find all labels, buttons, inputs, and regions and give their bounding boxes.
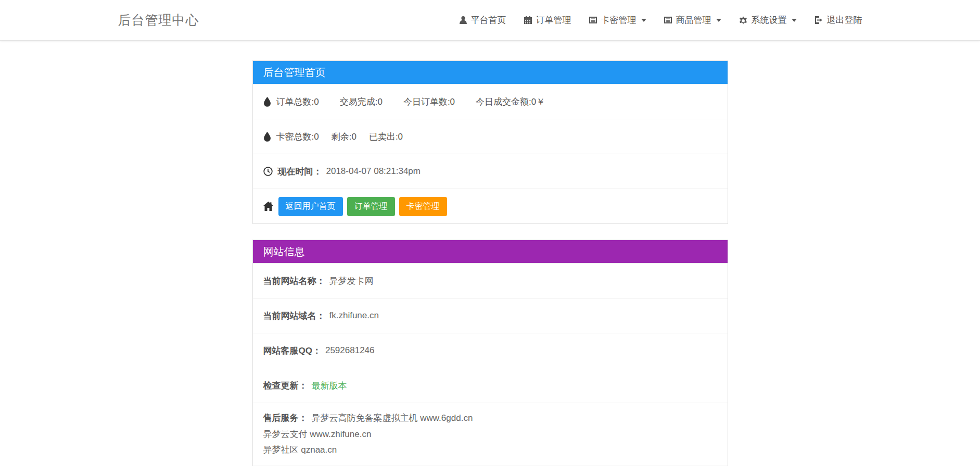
nav-item-label: 卡密管理 xyxy=(601,14,637,26)
after-sales-line3: 异梦社区 qznaa.cn xyxy=(263,442,473,458)
nav-item-product-management[interactable]: 商品管理 xyxy=(664,14,721,26)
user-icon xyxy=(459,16,467,24)
nav-item-label: 平台首页 xyxy=(471,14,506,26)
stat-today-orders: 今日订单数:0 xyxy=(403,96,455,108)
top-navbar: 后台管理中心 平台首页 订单管理 卡密管理 xyxy=(0,0,980,41)
after-sales-line1: 异梦云高防免备案虚拟主机 www.6gdd.cn xyxy=(312,410,473,427)
after-sales-label: 售后服务： xyxy=(263,410,308,427)
site-info-panel: 网站信息 当前网站名称： 异梦发卡网 当前网站域名： fk.zhifune.cn… xyxy=(252,240,728,466)
clock-icon xyxy=(263,167,273,176)
check-update-label: 检查更新： xyxy=(263,380,308,392)
site-info-panel-title: 网站信息 xyxy=(263,245,305,259)
quick-links-row: 返回用户首页 订单管理 卡密管理 xyxy=(253,189,728,223)
nav-item-label: 退出登陆 xyxy=(827,14,862,26)
service-qq-row: 网站客服QQ： 2592681246 xyxy=(253,333,728,368)
home-icon xyxy=(263,202,273,211)
site-name-row: 当前网站名称： 异梦发卡网 xyxy=(253,263,728,298)
chevron-down-icon xyxy=(716,19,721,22)
after-sales-row: 售后服务： 异梦云高防免备案虚拟主机 www.6gdd.cn 异梦云支付 www… xyxy=(253,403,728,466)
stat-card-total: 卡密总数:0 xyxy=(276,131,319,143)
time-label: 现在时间： xyxy=(278,166,322,178)
nav-item-label: 订单管理 xyxy=(536,14,571,26)
nav-menu: 平台首页 订单管理 卡密管理 商品管理 xyxy=(459,14,862,26)
signout-icon xyxy=(814,16,823,24)
gear-icon xyxy=(739,16,748,25)
list-icon xyxy=(589,16,597,24)
current-time-row: 现在时间： 2018-04-07 08:21:34pm xyxy=(253,154,728,189)
stat-card-remaining: 剩余:0 xyxy=(332,131,357,143)
order-management-button[interactable]: 订单管理 xyxy=(347,197,395,216)
chevron-down-icon xyxy=(641,19,646,22)
dashboard-panel: 后台管理首页 订单总数:0 交易完成:0 今日订单数:0 今日成交金额:0￥ 卡… xyxy=(252,60,728,224)
after-sales-content: 售后服务： 异梦云高防免备案虚拟主机 www.6gdd.cn 异梦云支付 www… xyxy=(263,410,473,458)
nav-item-card-management[interactable]: 卡密管理 xyxy=(589,14,646,26)
back-to-user-home-button[interactable]: 返回用户首页 xyxy=(278,197,343,216)
list-icon xyxy=(664,16,672,24)
drop-icon xyxy=(263,97,271,107)
nav-item-platform-home[interactable]: 平台首页 xyxy=(459,14,506,26)
nav-item-label: 系统设置 xyxy=(752,14,787,26)
nav-item-order-management[interactable]: 订单管理 xyxy=(524,14,571,26)
calendar-icon xyxy=(524,16,532,24)
site-name-label: 当前网站名称： xyxy=(263,275,325,287)
site-info-panel-header: 网站信息 xyxy=(253,240,728,263)
order-stats-row: 订单总数:0 交易完成:0 今日订单数:0 今日成交金额:0￥ xyxy=(253,84,728,119)
site-domain-row: 当前网站域名： fk.zhifune.cn xyxy=(253,298,728,333)
stat-order-total: 订单总数:0 xyxy=(276,96,319,108)
site-domain-value: fk.zhifune.cn xyxy=(329,310,379,321)
chevron-down-icon xyxy=(792,19,797,22)
dashboard-panel-header: 后台管理首页 xyxy=(253,61,728,84)
card-stats-row: 卡密总数:0 剩余:0 已卖出:0 xyxy=(253,119,728,154)
site-name-value: 异梦发卡网 xyxy=(329,275,374,287)
nav-item-logout[interactable]: 退出登陆 xyxy=(814,14,862,26)
stat-today-amount: 今日成交金额:0￥ xyxy=(476,96,545,108)
time-value: 2018-04-07 08:21:34pm xyxy=(326,166,421,177)
dashboard-panel-title: 后台管理首页 xyxy=(263,66,326,80)
main-content: 后台管理首页 订单总数:0 交易完成:0 今日订单数:0 今日成交金额:0￥ 卡… xyxy=(0,41,980,466)
nav-item-label: 商品管理 xyxy=(676,14,711,26)
nav-item-system-settings[interactable]: 系统设置 xyxy=(739,14,797,26)
stat-trade-complete: 交易完成:0 xyxy=(340,96,383,108)
site-domain-label: 当前网站域名： xyxy=(263,310,325,322)
check-update-row: 检查更新： 最新版本 xyxy=(253,368,728,403)
card-stats: 卡密总数:0 剩余:0 已卖出:0 xyxy=(276,131,403,143)
app-title[interactable]: 后台管理中心 xyxy=(118,11,199,29)
service-qq-label: 网站客服QQ： xyxy=(263,345,321,357)
navbar-container: 后台管理中心 平台首页 订单管理 卡密管理 xyxy=(118,0,862,40)
after-sales-line2: 异梦云支付 www.zhifune.cn xyxy=(263,427,473,443)
drop-icon xyxy=(263,132,271,142)
stat-card-sold: 已卖出:0 xyxy=(369,131,403,143)
card-management-button[interactable]: 卡密管理 xyxy=(399,197,447,216)
service-qq-value: 2592681246 xyxy=(325,345,375,356)
latest-version-link[interactable]: 最新版本 xyxy=(312,380,347,392)
order-stats: 订单总数:0 交易完成:0 今日订单数:0 今日成交金额:0￥ xyxy=(276,96,545,108)
